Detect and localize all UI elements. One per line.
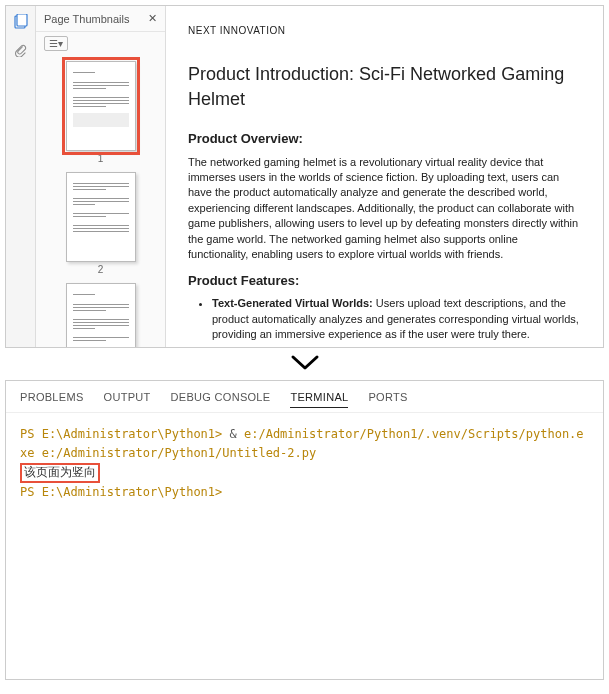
terminal-body[interactable]: PS E:\Administrator\Python1> & e:/Admini… [6, 413, 603, 679]
thumbnails-toolbar: ☰▾ [36, 32, 165, 55]
tab-terminal[interactable]: TERMINAL [290, 391, 348, 408]
overview-body: The networked gaming helmet is a revolut… [188, 155, 581, 263]
thumbnails-title: Page Thumbnails [44, 13, 129, 25]
terminal-tabs: PROBLEMS OUTPUT DEBUG CONSOLE TERMINAL P… [6, 381, 603, 413]
terminal-prompt: PS E:\Administrator\Python1> [20, 485, 222, 499]
thumbnail-1[interactable]: 1 [42, 61, 159, 164]
svg-rect-1 [17, 14, 27, 26]
tab-output[interactable]: OUTPUT [104, 391, 151, 408]
overview-heading: Product Overview: [188, 130, 581, 148]
terminal-command-cont: xe e:/Administrator/Python1/Untitled-2.p… [20, 446, 316, 460]
left-rail [6, 6, 36, 347]
thumbnail-label: 2 [42, 264, 159, 275]
pdf-viewer-panel: Page Thumbnails ✕ ☰▾ 1 [5, 5, 604, 348]
thumbnail-3[interactable]: 3 [42, 283, 159, 347]
thumbnails-list[interactable]: 1 2 3 [36, 55, 165, 347]
document-view[interactable]: NEXT INNOVATION Product Introduction: Sc… [166, 6, 603, 347]
feature-item: Text-Generated Virtual Worlds: Users upl… [212, 296, 581, 342]
features-list: Text-Generated Virtual Worlds: Users upl… [212, 296, 581, 347]
thumbnails-panel: Page Thumbnails ✕ ☰▾ 1 [36, 6, 166, 347]
thumbnails-icon[interactable] [13, 14, 29, 33]
tab-debug-console[interactable]: DEBUG CONSOLE [171, 391, 271, 408]
terminal-output-highlighted: 该页面为竖向 [20, 463, 100, 483]
thumbnail-label: 1 [42, 153, 159, 164]
tab-ports[interactable]: PORTS [368, 391, 407, 408]
thumbnail-page-2[interactable] [66, 172, 136, 262]
terminal-amp: & [230, 427, 237, 441]
document-title: Product Introduction: Sci-Fi Networked G… [188, 62, 581, 112]
close-icon[interactable]: ✕ [148, 12, 157, 25]
thumbnail-2[interactable]: 2 [42, 172, 159, 275]
attachment-icon[interactable] [14, 43, 28, 60]
terminal-prompt: PS E:\Administrator\Python1> [20, 427, 222, 441]
terminal-command: e:/Administrator/Python1/.venv/Scripts/p… [244, 427, 584, 441]
terminal-panel: PROBLEMS OUTPUT DEBUG CONSOLE TERMINAL P… [5, 380, 604, 680]
options-icon[interactable]: ☰▾ [44, 36, 68, 51]
thumbnail-page-1[interactable] [66, 61, 136, 151]
thumbnail-page-3[interactable] [66, 283, 136, 347]
thumbnails-header: Page Thumbnails ✕ [36, 6, 165, 32]
flow-arrow-icon [0, 353, 609, 376]
document-brand: NEXT INNOVATION [188, 24, 581, 38]
features-heading: Product Features: [188, 272, 581, 290]
tab-problems[interactable]: PROBLEMS [20, 391, 84, 408]
